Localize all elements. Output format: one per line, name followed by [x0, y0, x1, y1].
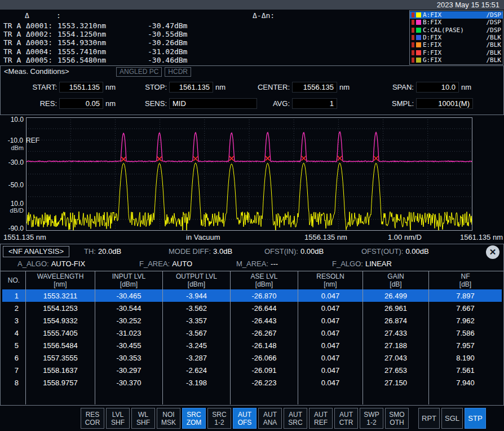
softkey-aut-ofs[interactable]: AUTOFS	[233, 408, 257, 429]
softkey-smo-oth[interactable]: SMOOTH	[385, 408, 409, 429]
nf-cell: 27.433	[363, 327, 429, 339]
nf-param-ofst_out: OFST(OUT):0.00dB	[361, 247, 429, 256]
softkey-aut-ctr[interactable]: AUTCTR	[334, 408, 358, 429]
nf-param-f_area: F_AREA:AUTO	[139, 260, 192, 268]
sens-field[interactable]: MID	[169, 98, 257, 109]
nf-cell: -26.223	[231, 376, 298, 389]
legend-item-f[interactable]: F:FIX/BLK	[410, 49, 503, 56]
softkey-line2: SRC	[288, 419, 302, 426]
legend-item-a[interactable]: A:FIX/DSP	[410, 11, 503, 19]
nf-cell: -30.353	[95, 351, 163, 364]
nf-table-row[interactable]: 61557.3555-30.353-3.287-26.0660.04727.04…	[2, 351, 502, 364]
nf-table-row[interactable]: 41555.7405-31.023-3.567-26.2670.04727.43…	[2, 327, 502, 339]
nf-cell: 26.874	[363, 314, 429, 327]
nf-param-value: ---	[271, 260, 278, 268]
nf-cell: -3.562	[163, 302, 231, 314]
nf-table-row[interactable]: 21554.1253-30.544-3.562-26.6440.04726.96…	[2, 302, 502, 314]
span-field[interactable]: 10.0	[416, 82, 459, 93]
avg-field[interactable]: 1	[292, 98, 337, 109]
nf-table-row[interactable]: 71558.1637-30.297-2.624-26.0910.04727.65…	[2, 364, 502, 376]
marker-id: Δ0004:	[26, 47, 58, 56]
close-icon: ✕	[489, 247, 497, 257]
nf-analysis-title: <NF ANALYSIS>	[3, 246, 69, 257]
spectrum-svg	[26, 117, 472, 231]
nf-param-value: AUTO	[172, 260, 192, 268]
nf-cell: -3.357	[163, 314, 231, 327]
softkey-wl-shf[interactable]: WLSHF	[131, 408, 155, 429]
x-stop-label: 1561.135 nm	[460, 233, 503, 241]
plot-area	[26, 117, 472, 231]
nf-cell: -26.148	[231, 339, 298, 351]
key-sgl[interactable]: SGL	[441, 408, 463, 429]
y-unit-label: dBm	[0, 144, 24, 152]
nf-cell-empty	[26, 389, 95, 404]
meas-conditions-title: <Meas. Conditions>	[4, 67, 69, 76]
softkey-src-zom[interactable]: SRCZOM	[182, 408, 206, 429]
softkey-aut-ref[interactable]: AUTREF	[309, 408, 333, 429]
trace-name: C:CAL(PASE)	[423, 27, 464, 34]
softkey-line2: ZOM	[187, 419, 202, 426]
nf-cell: 7.957	[429, 339, 502, 351]
angled-pc-tag: ANGLED PC	[116, 67, 162, 77]
stop-label: STOP:	[132, 83, 167, 91]
nf-cell: 1558.1637	[26, 364, 95, 376]
marker-id: Δ0002:	[26, 30, 58, 38]
softkey-lvl-shf[interactable]: LVLSHF	[106, 408, 130, 429]
marker-trace-label: TR A	[3, 38, 26, 47]
trace-name: D:FIX	[423, 34, 441, 41]
center-unit: nm	[339, 83, 350, 91]
nf-cell: 7	[2, 364, 26, 376]
nf-col-unit: [dB]	[459, 280, 471, 288]
nf-cell: 7.962	[429, 314, 502, 327]
datetime-display: 2023 May 15 15:51	[437, 1, 499, 9]
stop-field[interactable]: 1561.135	[169, 82, 213, 93]
softkey-line1: RES	[86, 411, 100, 419]
softkey-line2: 1-2	[366, 419, 376, 426]
stop-unit: nm	[215, 83, 226, 91]
legend-item-e[interactable]: E:FIX/BLK	[410, 41, 503, 49]
nf-param-mode_diff: MODE DIFF:3.0dB	[169, 247, 232, 256]
legend-item-g[interactable]: G:FIX/BLK	[410, 56, 503, 64]
legend-item-b[interactable]: B:FIX/DSP	[410, 19, 503, 26]
softkey-noi-msk[interactable]: NOIMSK	[157, 408, 180, 429]
nf-table-row[interactable]: 31554.9332-30.252-3.357-26.4430.04726.87…	[2, 314, 502, 327]
softkey-line2: OFS	[238, 419, 252, 426]
start-field[interactable]: 1551.135	[59, 82, 103, 93]
nf-param-value: 0.00dB	[405, 247, 428, 256]
close-button[interactable]: ✕	[486, 245, 499, 259]
nf-cell: 3	[2, 314, 26, 327]
smpl-field[interactable]: 10001(M)	[416, 98, 473, 109]
avg-label: AVG:	[250, 99, 290, 108]
marker-level: -30.47dBm	[148, 21, 187, 30]
softkey-src-1-2[interactable]: SRC1-2	[207, 408, 231, 429]
nf-col-title: OUTPUT LVL	[176, 272, 217, 280]
softkey-aut-src[interactable]: AUTSRC	[284, 408, 307, 429]
nf-col-unit: [nm]	[324, 280, 337, 288]
softkey-line1: AUT	[263, 411, 277, 419]
nf-table-row[interactable]: 11553.3211-30.465-3.944-26.8700.04726.49…	[2, 289, 502, 302]
center-field[interactable]: 1556.135	[292, 82, 337, 93]
trace-mode: /DSP	[487, 11, 502, 19]
nf-col-unit: [nm]	[54, 280, 67, 288]
trace-color-swatch	[416, 58, 421, 63]
nf-cell: 0.047	[298, 364, 363, 376]
nf-col-unit: [dBm]	[255, 280, 273, 288]
softkey-line1: AUT	[314, 411, 328, 419]
nf-col-header: INPUT LVL[dBm]	[95, 271, 163, 289]
hcdr-tag: HCDR	[165, 67, 191, 77]
nf-results-table: NO.WAVELENGTH[nm]INPUT LVL[dBm]OUTPUT LV…	[2, 271, 502, 404]
y-tick-ref: -10.0	[8, 137, 23, 144]
softkey-res-cor[interactable]: RESCOR	[81, 408, 104, 429]
softkey-aut-ana[interactable]: AUTANA	[258, 408, 282, 429]
nf-table-row[interactable]: 51556.5484-30.455-3.245-26.1480.04727.18…	[2, 339, 502, 351]
nf-table-row[interactable]: 81558.9757-30.370-3.198-26.2230.04727.15…	[2, 376, 502, 389]
softkey-swp-1-2[interactable]: SWP1-2	[360, 408, 383, 429]
key-stp[interactable]: STP	[465, 408, 486, 429]
legend-item-c[interactable]: C:CAL(PASE)/DSP	[410, 27, 503, 34]
trace-write-indicator	[412, 35, 414, 40]
res-field[interactable]: 0.05	[59, 98, 103, 109]
key-rpt[interactable]: RPT	[418, 408, 440, 429]
nf-col-header: GAIN[dB]	[363, 271, 429, 289]
y-tick-top: 10.0	[0, 116, 24, 124]
legend-item-d[interactable]: D:FIX/BLK	[410, 34, 503, 41]
